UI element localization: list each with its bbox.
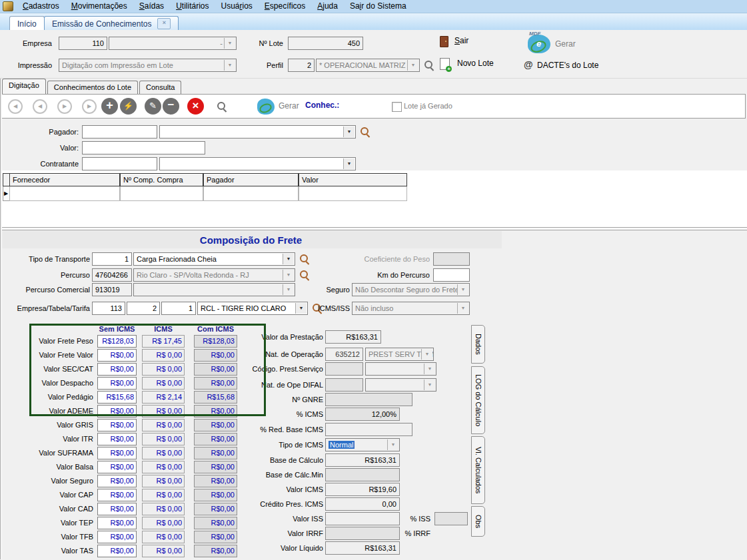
valores-sem-icms-field[interactable]: R$0,00 [97, 475, 137, 487]
at-icon: @ [524, 59, 533, 70]
valores-row-label: Valor SUFRAMA [5, 447, 93, 459]
codigo-prest-servico-label: Código. Prest.Serviço [232, 362, 323, 376]
nav-next-button[interactable] [57, 99, 72, 114]
edit-button[interactable] [145, 98, 161, 115]
side-tab-dados[interactable]: Dados [471, 325, 485, 364]
tipo-de-transporte-combo[interactable]: Carga Fracionada Cheia [133, 252, 295, 266]
valores-sem-icms-field[interactable]: R$0,00 [97, 461, 137, 473]
grid-cell[interactable] [203, 186, 299, 201]
valores-row-label: Valor CAP [5, 489, 93, 501]
valores-sem-icms-field[interactable]: R$0,00 [97, 531, 137, 543]
lote-ja-gerado-checkbox[interactable] [392, 102, 402, 112]
tab-digitacao[interactable]: Digitação [2, 79, 46, 94]
tab-inicio[interactable]: Início [9, 16, 45, 31]
grid-column-header[interactable]: Fornecedor [9, 173, 120, 186]
grid-cell[interactable] [120, 186, 203, 201]
menu-item-saidas[interactable]: Saídas [133, 0, 170, 13]
valores-sem-icms-field[interactable]: R$15,68 [97, 391, 137, 404]
grid-column-header[interactable]: Nº Comp. Compra [120, 173, 203, 186]
grid-cell[interactable] [299, 186, 407, 201]
valor-input[interactable] [82, 141, 205, 154]
nav-first-button[interactable] [8, 99, 23, 114]
frete-form: Tipo de Transporte 1 Carga Fracionada Ch… [0, 248, 747, 322]
tabela-value: RCL - TIGRE RIO CLARO [201, 304, 286, 312]
valores-sem-icms-field[interactable]: R$0,00 [97, 503, 137, 515]
valores-row-label: Valor Frete Peso [5, 335, 93, 348]
valores-com-icms-field: R$0,00 [194, 363, 237, 376]
close-tab-icon[interactable] [157, 18, 171, 29]
valores-sem-icms-field[interactable]: R$0,00 [97, 349, 137, 362]
mdfe-gerar-button[interactable]: e MDF Gerar [524, 31, 597, 55]
valores-sem-icms-field[interactable]: R$0,00 [97, 489, 137, 501]
tipo-de-icms-combo[interactable]: Normal [325, 438, 400, 451]
percurso-search-icon[interactable] [299, 270, 311, 281]
dacte-label: DACTE's do Lote [537, 61, 598, 70]
percurso-code-field: 47604266 [92, 268, 132, 282]
valores-sem-icms-field[interactable]: R$0,00 [97, 405, 137, 418]
km-do-percurso-input[interactable] [433, 268, 470, 282]
cte-gerar-button[interactable]: Gerar [257, 97, 307, 116]
pagador-label: Pagador: [13, 125, 79, 139]
side-tab-vl-calculados[interactable]: Vl. Calculados [471, 436, 485, 504]
refresh-bolt-button[interactable] [120, 98, 137, 115]
valores-sem-icms-field[interactable]: R$0,00 [97, 377, 137, 390]
mdfe-gerar-label: Gerar [555, 39, 576, 49]
tab-conhecimentos-do-lote[interactable]: Conhecimentos do Lote [47, 81, 138, 94]
tipo-de-transporte-code-field[interactable]: 1 [92, 252, 132, 266]
sair-label-rest: air [460, 36, 468, 45]
add-button[interactable] [101, 98, 118, 115]
valores-sem-icms-field[interactable]: R$0,00 [97, 419, 137, 431]
menu-item-especificos[interactable]: Específicos [259, 0, 311, 13]
valores-sem-icms-field[interactable]: R$0,00 [97, 447, 137, 459]
tabela-tarifa-field[interactable]: 1 [161, 302, 196, 315]
pagador-code-input[interactable] [82, 125, 157, 139]
app-icon [3, 1, 13, 11]
valor-label: Valor: [13, 141, 79, 154]
valores-icms-field: R$ 0,00 [142, 517, 185, 529]
valores-sem-icms-field[interactable]: R$0,00 [97, 545, 137, 557]
side-tab-log-do-calculo[interactable]: LOG do Cálculo [471, 366, 485, 434]
sair-button[interactable]: Sair [440, 35, 486, 47]
valores-sem-icms-field[interactable]: R$0,00 [97, 517, 137, 529]
contratante-combo[interactable] [159, 157, 356, 170]
valores-sem-icms-field[interactable]: R$0,00 [97, 433, 137, 445]
grid-column-header[interactable]: Valor [299, 173, 407, 186]
grid-column-header[interactable]: Pagador [203, 173, 299, 186]
empresa-combo: - [109, 37, 237, 50]
chevron-down-icon [421, 349, 432, 360]
grid-cell[interactable] [9, 186, 120, 201]
tabela-tabela-field[interactable]: 2 [127, 302, 160, 315]
menu-item-usuarios[interactable]: Usuários [215, 0, 258, 13]
pagador-combo[interactable] [159, 125, 356, 139]
menu-item-pre: Usuá [221, 1, 239, 11]
tabela-empresa-field[interactable]: 113 [92, 302, 125, 315]
empresa-label: Empresa [12, 37, 52, 50]
pagador-search-icon[interactable] [360, 127, 371, 138]
search-icon[interactable] [217, 101, 229, 114]
contratante-code-input[interactable] [82, 157, 157, 170]
valores-sem-icms-field[interactable]: R$0,00 [97, 363, 137, 376]
nav-prev-button[interactable] [33, 99, 47, 114]
menu-item-accel: M [71, 1, 78, 11]
cancel-button[interactable] [187, 98, 204, 115]
credito-pres-icms-field: 0,00 [325, 497, 400, 511]
tab-emissao-de-conhecimentos[interactable]: Emissão de Conhecimentos [44, 16, 179, 31]
menu-item-movimentacoes[interactable]: Movimentações [65, 0, 133, 13]
menu-item-ajuda[interactable]: Ajuda [311, 0, 344, 13]
tipo-de-icms-value: Normal [329, 441, 355, 449]
tipo-transporte-search-icon[interactable] [299, 254, 311, 265]
nav-last-button[interactable] [82, 99, 97, 114]
perfil-search-icon[interactable] [424, 60, 435, 71]
menu-item-cadastros[interactable]: Cadastros [17, 0, 65, 13]
tab-consulta[interactable]: Consulta [139, 81, 181, 94]
menu-item-utilitarios[interactable]: Utilitários [170, 0, 215, 13]
valores-sem-icms-field[interactable]: R$128,03 [97, 335, 137, 348]
remove-button[interactable] [163, 98, 179, 115]
novo-lote-button[interactable]: Novo Lote [440, 58, 513, 70]
percurso-comercial-label: Percurso Comercial [5, 283, 90, 296]
dacte-do-lote-button[interactable]: @ DACTE's do Lote [524, 59, 610, 71]
valores-icms-field: R$ 0,00 [142, 433, 185, 445]
side-tab-obs[interactable]: Obs [471, 506, 485, 537]
chevron-down-icon [457, 303, 468, 314]
menu-item-sair-do-sistema[interactable]: Sair do Sistema [344, 0, 412, 13]
